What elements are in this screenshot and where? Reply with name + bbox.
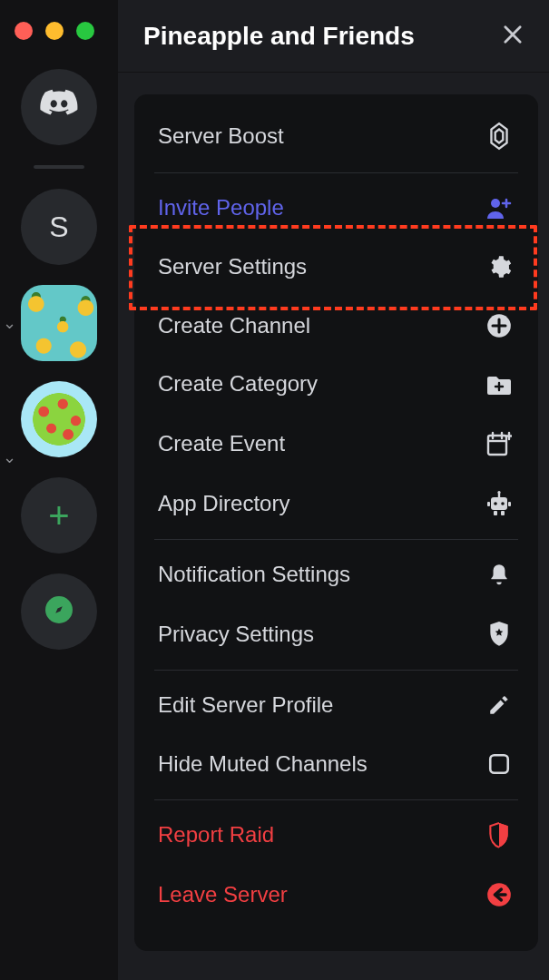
menu-label: Server Boost — [158, 123, 284, 150]
bell-icon — [484, 563, 515, 588]
menu-create-category[interactable]: Create Category — [134, 355, 538, 414]
menu-leave-server[interactable]: Leave Server — [134, 866, 538, 925]
svg-rect-8 — [508, 502, 511, 506]
add-server-button[interactable]: + — [21, 477, 97, 554]
window-close-dot[interactable] — [15, 22, 33, 40]
server-title: Pineapple and Friends — [143, 22, 415, 51]
menu-divider — [154, 799, 518, 800]
svg-rect-10 — [494, 511, 497, 515]
rail-separator — [34, 165, 84, 169]
menu-label: Create Channel — [158, 313, 310, 339]
menu-notification-settings[interactable]: Notification Settings — [134, 545, 538, 604]
menu-label: Edit Server Profile — [158, 692, 333, 719]
folder-plus-icon — [484, 373, 515, 397]
chevron-down-icon: ⌄ — [3, 447, 16, 467]
window-traffic-lights — [15, 22, 94, 40]
menu-label: Hide Muted Channels — [158, 751, 368, 778]
server-rail: S ⌄ ⌄ + — [0, 0, 118, 980]
discord-logo-icon — [38, 84, 80, 130]
svg-point-9 — [497, 491, 500, 494]
close-icon[interactable] — [500, 22, 525, 51]
menu-label: Server Settings — [158, 254, 307, 280]
menu-invite-people[interactable]: Invite People — [134, 179, 538, 238]
server-dropdown-menu: Server Boost Invite People Server Settin… — [134, 94, 538, 951]
server-button-s[interactable]: S — [21, 189, 97, 265]
calendar-plus-icon — [484, 430, 515, 457]
explore-button[interactable] — [21, 573, 97, 650]
compass-icon — [43, 593, 75, 630]
menu-app-directory[interactable]: App Directory — [134, 474, 538, 534]
svg-rect-12 — [490, 755, 508, 773]
checkbox-empty-icon — [484, 752, 515, 776]
menu-report-raid[interactable]: Report Raid — [134, 806, 538, 866]
server-button-tree[interactable]: ⌄ — [21, 381, 97, 457]
svg-point-5 — [494, 502, 497, 505]
menu-divider — [154, 172, 518, 173]
user-plus-icon — [484, 196, 515, 220]
boost-gem-icon — [484, 122, 515, 151]
menu-create-channel[interactable]: Create Channel — [134, 297, 538, 356]
menu-label: Privacy Settings — [158, 622, 314, 648]
home-dm-button[interactable] — [21, 69, 97, 145]
shield-star-icon — [484, 621, 515, 648]
menu-privacy-settings[interactable]: Privacy Settings — [134, 604, 538, 664]
menu-label: Create Event — [158, 431, 285, 457]
server-header[interactable]: Pineapple and Friends — [118, 0, 549, 73]
menu-server-boost[interactable]: Server Boost — [134, 105, 538, 167]
menu-label: Invite People — [158, 195, 284, 221]
menu-label: Notification Settings — [158, 562, 350, 588]
menu-label: Create Category — [158, 371, 318, 397]
gear-icon — [484, 254, 515, 279]
plus-circle-icon — [484, 313, 515, 338]
svg-rect-11 — [501, 511, 505, 515]
leave-arrow-icon — [484, 882, 515, 907]
menu-server-settings[interactable]: Server Settings — [134, 238, 538, 297]
menu-label: App Directory — [158, 491, 289, 517]
svg-rect-3 — [488, 436, 506, 455]
right-column: Pineapple and Friends Server Boost Invit… — [118, 0, 549, 980]
menu-divider — [154, 670, 518, 671]
menu-divider — [154, 539, 518, 540]
robot-icon — [484, 490, 515, 517]
svg-point-6 — [501, 502, 505, 505]
server-initial: S — [49, 211, 68, 244]
menu-label: Report Raid — [158, 822, 274, 848]
pencil-icon — [484, 693, 515, 717]
server-button-pineapple[interactable]: ⌄ — [21, 285, 97, 361]
shield-alert-icon — [484, 822, 515, 849]
app-root: S ⌄ ⌄ + Pineapple and Friends — [0, 0, 549, 980]
svg-rect-4 — [491, 497, 507, 510]
menu-hide-muted-channels[interactable]: Hide Muted Channels — [134, 735, 538, 794]
menu-create-event[interactable]: Create Event — [134, 414, 538, 474]
menu-label: Leave Server — [158, 882, 288, 908]
menu-edit-server-profile[interactable]: Edit Server Profile — [134, 676, 538, 735]
svg-rect-7 — [487, 502, 490, 506]
window-minimize-dot[interactable] — [45, 22, 64, 40]
server-list: S ⌄ ⌄ + — [21, 69, 97, 650]
svg-point-1 — [491, 199, 500, 208]
plus-icon: + — [48, 495, 69, 536]
chevron-down-icon: ⌄ — [3, 313, 16, 333]
window-zoom-dot[interactable] — [76, 22, 94, 40]
